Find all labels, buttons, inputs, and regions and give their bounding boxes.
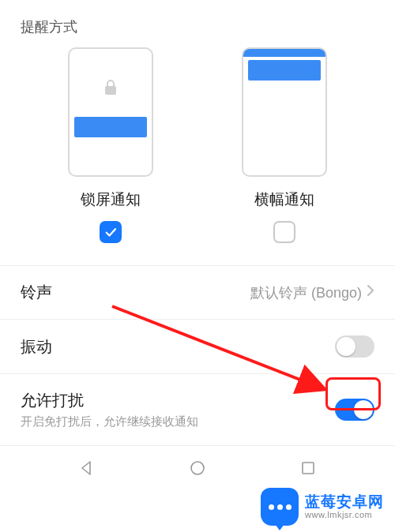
lock-icon (103, 79, 118, 99)
svg-rect-3 (303, 463, 314, 474)
allow-disturb-subtitle: 开启免打扰后，允许继续接收通知 (21, 414, 198, 429)
ringtone-value: 默认铃声 (Bongo) (250, 283, 362, 302)
banner-notification-preview (242, 47, 327, 177)
watermark-url: www.lmkjsr.com (305, 510, 384, 519)
lock-notification-bar (74, 117, 147, 137)
notification-style-row: 锁屏通知 横幅通知 (0, 39, 395, 243)
vibrate-title: 振动 (21, 336, 52, 358)
vibrate-row: 振动 (0, 320, 395, 374)
nav-back-icon[interactable] (78, 459, 96, 480)
nav-recent-icon[interactable] (299, 459, 317, 480)
ringtone-title: 铃声 (21, 282, 52, 303)
lock-notification-preview (68, 47, 153, 177)
ringtone-row[interactable]: 铃声 默认铃声 (Bongo) (0, 266, 395, 320)
ringtone-value-wrap: 默认铃声 (Bongo) (250, 283, 374, 302)
banner-notification-bar (248, 60, 321, 81)
watermark-title: 蓝莓安卓网 (305, 494, 384, 511)
svg-rect-0 (105, 86, 116, 95)
vibrate-toggle[interactable] (335, 335, 374, 358)
banner-notification-checkbox[interactable] (273, 221, 295, 243)
watermark: 蓝莓安卓网 www.lmkjsr.com (261, 488, 384, 526)
android-navbar (0, 448, 395, 491)
lock-notification-option[interactable]: 锁屏通知 (51, 47, 170, 243)
settings-screen: 提醒方式 锁屏通知 横幅通知 铃声 默认铃声 (0, 0, 395, 532)
lock-notification-checkbox[interactable] (100, 221, 122, 243)
allow-disturb-title: 允许打扰 (21, 390, 198, 411)
svg-point-2 (191, 462, 204, 474)
banner-notification-label: 横幅通知 (254, 189, 314, 210)
lock-notification-label: 锁屏通知 (81, 189, 141, 210)
banner-status-strip (243, 49, 325, 57)
chevron-right-icon (367, 284, 374, 301)
allow-disturb-toggle[interactable] (335, 399, 374, 421)
allow-disturb-row: 允许打扰 开启免打扰后，允许继续接收通知 (0, 374, 395, 446)
watermark-logo-icon (261, 488, 299, 526)
section-title: 提醒方式 (0, 0, 395, 39)
nav-home-icon[interactable] (189, 459, 206, 480)
banner-notification-option[interactable]: 横幅通知 (225, 47, 344, 243)
